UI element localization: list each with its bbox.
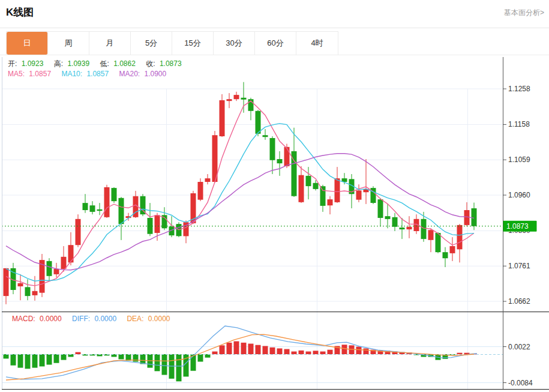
low-value: 1.0862: [113, 59, 136, 68]
candle-body: [472, 208, 477, 226]
candle-body: [256, 111, 261, 134]
axis-labels: 1.12581.11581.10591.09601.08601.07611.06…: [503, 85, 533, 387]
candle-body: [263, 135, 268, 137]
price-tick-label: 1.1258: [508, 85, 530, 93]
candle-body: [205, 178, 211, 182]
candle-body: [457, 225, 463, 249]
ma5-label: MA5:: [8, 70, 25, 78]
candle-body: [320, 186, 326, 206]
price-tick-label: 1.0662: [508, 297, 530, 306]
candle-body: [356, 190, 362, 199]
macd-bar: [299, 351, 304, 354]
candle-body: [4, 268, 9, 296]
macd-bar: [4, 354, 9, 358]
candle-body: [270, 138, 275, 160]
macd-bar: [342, 345, 347, 354]
ma10-value: 1.0857: [86, 70, 109, 78]
macd-bar: [328, 350, 333, 354]
price-tick-label: 1.1059: [508, 155, 530, 164]
macd-bar: [256, 345, 261, 354]
candle-body: [306, 176, 311, 186]
ma-legend: MA5: 1.0857 MA10: 1.0857 MA20: 1.0900: [8, 70, 169, 78]
candle-body: [299, 175, 304, 202]
ma20-value: 1.0900: [145, 70, 167, 78]
open-label: 开:: [8, 59, 17, 68]
candle-body: [68, 245, 74, 262]
macd-bar: [119, 354, 124, 360]
candle-body: [220, 100, 225, 136]
candle-body: [47, 261, 52, 276]
close-value: 1.0873: [160, 59, 182, 68]
macd-bar: [263, 346, 268, 354]
close-label: 收:: [146, 59, 155, 68]
macd-bar: [364, 348, 369, 354]
macd-bar: [61, 354, 67, 360]
macd-bar: [241, 343, 247, 354]
macd-bar: [220, 345, 225, 354]
candle-body: [104, 187, 110, 217]
price-tick-label: 1.0960: [508, 191, 530, 199]
candle-body: [234, 95, 239, 99]
macd-bar: [176, 354, 182, 381]
diff-value: 0.0000: [94, 315, 116, 323]
current-price-value: 1.0873: [506, 222, 529, 231]
candle-body: [392, 217, 398, 227]
candle-body: [436, 233, 441, 252]
macd-bar: [270, 348, 275, 354]
open-value: 1.0923: [22, 59, 44, 68]
ma10-line: [6, 124, 474, 282]
macd-bar: [11, 354, 16, 366]
current-price-badge: 1.0873: [503, 221, 537, 232]
macd-bar: [212, 352, 218, 355]
candle-body: [90, 205, 95, 212]
macd-bar: [457, 353, 463, 354]
macd-bar: [76, 352, 81, 354]
candle-body: [61, 257, 67, 269]
candle-body: [450, 246, 455, 253]
high-value: 1.0939: [67, 59, 89, 68]
candle-body: [155, 215, 160, 233]
macd-legend: MACD: 0.0000 DIFF: 0.0000 DEA: 0.0000: [12, 315, 173, 323]
high-label: 高:: [54, 59, 63, 68]
candle-body: [227, 99, 232, 101]
macd-bar: [292, 352, 297, 355]
macd-bar: [313, 351, 319, 354]
macd-bar: [18, 354, 23, 368]
macd-bar: [234, 342, 239, 355]
macd-value: 0.0000: [40, 315, 62, 323]
diff-label: DIFF:: [72, 315, 90, 323]
candle-body: [25, 287, 31, 296]
ma5-value: 1.0857: [29, 70, 51, 78]
macd-pane: [2, 326, 503, 381]
candle-body: [76, 219, 81, 245]
ohlc-legend: 开: 1.0923 高: 1.0939 低: 1.0862 收: 1.0873: [8, 59, 184, 69]
macd-bar: [227, 343, 232, 354]
candle-body: [407, 227, 412, 229]
candle-body: [328, 199, 333, 205]
candle-body: [97, 210, 103, 211]
candle-body: [198, 182, 203, 200]
candle-body: [385, 216, 391, 219]
candle-body: [378, 199, 383, 218]
ma20-label: MA20:: [119, 70, 140, 78]
macd-bar: [248, 344, 254, 355]
macd-bar: [32, 354, 38, 368]
candle-body: [83, 203, 88, 210]
macd-bar: [133, 354, 139, 362]
low-label: 低:: [100, 59, 109, 68]
candle-body: [464, 210, 470, 225]
candle-body: [112, 188, 117, 201]
dea-line: [6, 334, 474, 380]
macd-bar: [306, 352, 311, 355]
dea-value: 0.0000: [148, 315, 170, 323]
dea-label: DEA:: [127, 315, 143, 323]
macd-bar: [198, 354, 203, 362]
ma5-line: [6, 101, 474, 286]
candle-body: [400, 228, 405, 229]
candle-body: [54, 269, 59, 274]
candle-body: [335, 178, 340, 202]
macd-bar: [54, 354, 59, 363]
price-tick-label: 1.0761: [508, 262, 530, 270]
macd-tick-label: 0.0022: [508, 343, 530, 351]
macd-bar: [277, 348, 283, 354]
